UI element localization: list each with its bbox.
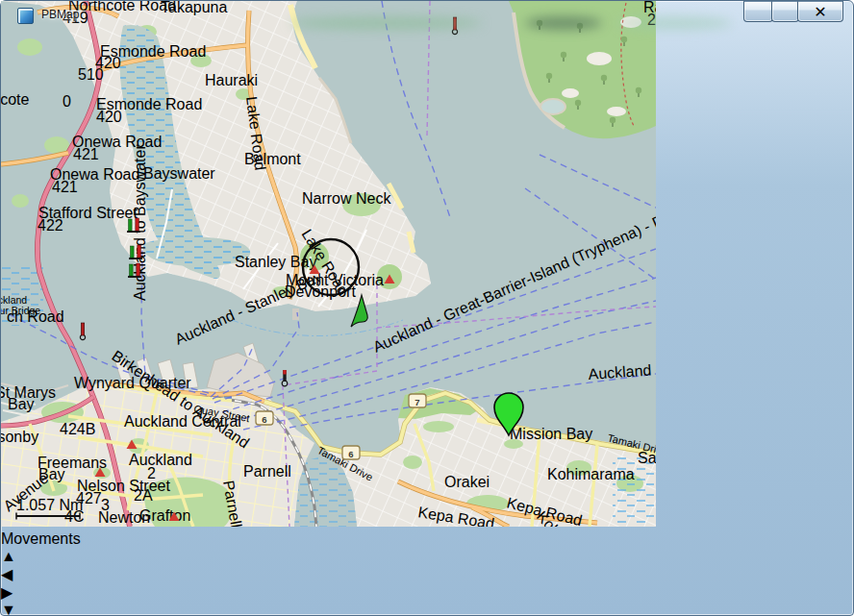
map-label: Hauraki (205, 72, 258, 88)
move-left-button[interactable]: ◀ (1, 565, 853, 583)
map-label: 0 (63, 93, 71, 110)
map-label: 424B (60, 421, 95, 437)
glass-reflection (525, 16, 602, 30)
map-label: 2A (134, 487, 153, 504)
map-label: Kohimarama (547, 466, 635, 482)
close-icon: ✕ (814, 3, 826, 21)
minimize-button[interactable] (743, 1, 773, 22)
client-area: TakapunaHaurakiBelmontBayswaterNarrow Ne… (1, 1, 853, 616)
left-arrow-icon: ◀ (1, 566, 13, 582)
svg-text:7: 7 (414, 397, 419, 407)
right-arrow-icon: ▶ (1, 584, 13, 601)
map-label: Mission Bay (510, 426, 592, 442)
down-arrow-icon: ▼ (1, 602, 16, 616)
glass-reflection (289, 16, 482, 30)
maximize-button[interactable] (771, 1, 799, 22)
shield-marker-icon: 6 (256, 411, 273, 425)
map-label: Auckland (129, 452, 192, 468)
screen: PBMap ✕ (0, 0, 854, 616)
map-label: Northcote (1, 91, 29, 108)
map-label: 3 (101, 497, 110, 513)
map-label: 422 (38, 217, 63, 234)
move-up-button[interactable]: ▲ (1, 548, 853, 565)
movements-label: Movements (1, 530, 853, 548)
close-button[interactable]: ✕ (797, 1, 843, 22)
map-label: Ponsonby (1, 429, 38, 445)
shield-marker-icon: 6 (342, 446, 360, 459)
map-label: ch Road (7, 308, 64, 325)
map-label: 421 (52, 179, 78, 195)
app-icon (17, 8, 34, 24)
map-label: Bayswater (143, 165, 215, 182)
shield-marker-icon: 7 (409, 394, 426, 407)
map-label: Narrow Neck (302, 190, 391, 207)
map-label: Parnell (243, 463, 291, 480)
map-svg: TakapunaHaurakiBelmontBayswaterNarrow Ne… (1, 1, 656, 527)
move-right-button[interactable]: ▶ (1, 583, 853, 602)
svg-text:6: 6 (348, 449, 353, 459)
glass-reflection (616, 16, 732, 30)
map-label: 2 (147, 465, 156, 481)
map-label: Grafton (139, 507, 190, 524)
map-label: 420 (96, 109, 122, 125)
up-arrow-icon: ▲ (1, 548, 16, 564)
map-label: 510 (78, 66, 104, 83)
map-scale: 1.057 Nm (16, 497, 83, 520)
map-canvas[interactable]: TakapunaHaurakiBelmontBayswaterNarrow Ne… (1, 1, 853, 530)
titlebar[interactable]: PBMap ✕ (1, 1, 853, 29)
window-title: PBMap (41, 8, 79, 21)
move-down-button[interactable]: ▼ (1, 602, 853, 616)
map-label: Orakei (444, 474, 490, 490)
app-window: PBMap ✕ (0, 0, 854, 616)
map-label: 421 (73, 146, 99, 162)
svg-text:6: 6 (262, 414, 266, 425)
svg-text:1.057 Nm: 1.057 Nm (16, 497, 83, 513)
map-label: Bay (8, 396, 35, 412)
